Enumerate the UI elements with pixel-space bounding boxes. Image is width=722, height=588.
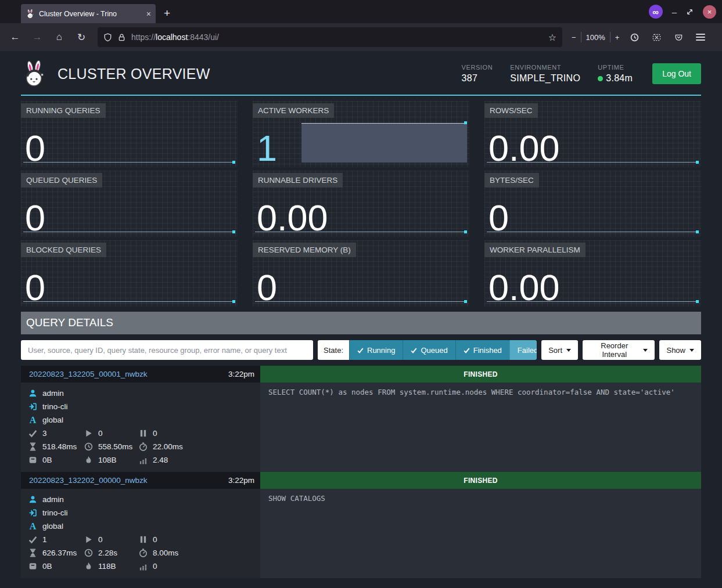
user-icon — [28, 389, 37, 398]
pocket-button[interactable] — [669, 28, 688, 46]
stat-card-active-workers: ACTIVE WORKERS 1 — [253, 101, 469, 167]
zoom-in-button[interactable]: + — [615, 33, 620, 42]
query-row: 20220823_132202_00000_nwbzk 3:22pm FINIS… — [21, 472, 701, 578]
sparkline-dot — [464, 121, 467, 124]
cpu-time: 8.00ms — [153, 546, 178, 560]
sort-dropdown[interactable]: Sort — [541, 340, 578, 360]
tab-title: Cluster Overview - Trino — [39, 10, 142, 18]
url-bar[interactable]: https://localhost:8443/ui/ ☆ — [98, 27, 562, 47]
filter-queued-button[interactable]: Queued — [403, 340, 455, 360]
stat-value: 0.00 — [257, 201, 328, 236]
resource-group-font-icon: A — [28, 416, 37, 424]
sparkline-dot — [232, 161, 235, 164]
filter-running-button[interactable]: Running — [349, 340, 403, 360]
chevron-down-icon — [566, 349, 571, 354]
separator — [581, 32, 581, 42]
current-memory: 0B — [42, 560, 52, 573]
sparkline-dot — [696, 230, 699, 233]
filter-failed-dropdown[interactable]: Failed — [509, 340, 537, 360]
zoom-out-button[interactable]: − — [572, 33, 576, 42]
stat-card-worker-parallelism: WORKER PARALLELISM 0.00 — [484, 240, 701, 306]
query-sql-text: SELECT COUNT(*) as nodes FROM system.run… — [260, 383, 701, 472]
query-search-input[interactable] — [21, 340, 313, 360]
tracking-shield-icon[interactable] — [103, 33, 112, 42]
url-host: localhost — [156, 33, 188, 42]
play-icon — [84, 429, 93, 438]
url-text: https://localhost:8443/ui/ — [131, 33, 543, 42]
environment-info: ENVIRONMENT SIMPLE_TRINO — [510, 64, 580, 84]
hourglass-icon — [28, 549, 37, 557]
browser-tab[interactable]: Cluster Overview - Trino × — [21, 4, 156, 23]
browser-toolbar: ← → ⌂ ↻ https://localhost:8443/ui/ ☆ − 1… — [0, 23, 722, 51]
query-status-badge: FINISHED — [260, 366, 701, 383]
completed-splits: 1 — [42, 533, 47, 546]
queued-splits: 0 — [153, 533, 157, 546]
query-header: 20220823_132205_00001_nwbzk 3:22pm — [21, 366, 260, 383]
pause-icon — [139, 429, 148, 438]
check-icon — [28, 535, 37, 544]
hamburger-icon — [696, 34, 705, 41]
query-detail-panel: admin trino-cli Aglobal 1 0 0 626.37ms 2… — [21, 489, 260, 578]
menu-button[interactable] — [691, 28, 710, 46]
sparkline — [487, 162, 698, 163]
separator — [610, 32, 610, 42]
back-button[interactable]: ← — [6, 28, 24, 46]
show-dropdown[interactable]: Show — [659, 340, 701, 360]
current-memory: 0B — [42, 453, 52, 467]
completed-splits: 3 — [42, 427, 47, 440]
query-filter-toolbar: State: Running Queued Finished Failed So… — [21, 340, 701, 360]
stat-value: 0 — [488, 201, 509, 236]
stat-card-running-queries: RUNNING QUERIES 0 — [21, 101, 238, 167]
filter-finished-button[interactable]: Finished — [455, 340, 509, 360]
lock-icon[interactable] — [117, 33, 126, 42]
sparkline-dot — [232, 300, 235, 303]
stat-card-runnable-drivers: RUNNABLE DRIVERS 0.00 — [253, 171, 469, 237]
check-icon — [28, 429, 37, 438]
query-user: admin — [42, 493, 64, 506]
uptime-status-dot — [598, 76, 603, 81]
page-title: CLUSTER OVERVIEW — [58, 66, 210, 82]
close-window-button[interactable]: × — [703, 5, 716, 19]
new-tab-button[interactable]: + — [164, 7, 170, 23]
stat-cards: RUNNING QUERIES 0 ACTIVE WORKERS 1 ROWS/… — [21, 101, 701, 306]
screenshot-button[interactable] — [647, 28, 666, 46]
history-button[interactable] — [625, 28, 644, 46]
check-icon — [411, 347, 417, 353]
home-button[interactable]: ⌂ — [50, 28, 69, 46]
parallelism: 0 — [153, 560, 157, 573]
query-id-link[interactable]: 20220823_132205_00001_nwbzk — [29, 370, 147, 378]
bookmark-star-icon[interactable]: ☆ — [548, 32, 556, 43]
clock-icon — [84, 442, 93, 451]
flame-icon — [84, 456, 93, 464]
restore-window-icon[interactable] — [686, 8, 694, 16]
sparkline — [23, 162, 235, 163]
reload-button[interactable]: ↻ — [72, 28, 91, 46]
source-sign-in-icon — [28, 402, 37, 411]
stat-value: 1 — [257, 131, 277, 166]
query-id-link[interactable]: 20220823_132202_00000_nwbzk — [29, 476, 147, 485]
query-row: 20220823_132205_00001_nwbzk 3:22pm FINIS… — [21, 366, 701, 472]
reorder-interval-dropdown[interactable]: Reorder Interval — [583, 340, 655, 360]
cumulative-memory: 108B — [98, 453, 117, 467]
stat-card-blocked-queries: BLOCKED QUERIES 0 — [21, 240, 238, 306]
stat-value: 0 — [25, 201, 45, 236]
query-user: admin — [42, 387, 64, 400]
zoom-level[interactable]: 100% — [586, 33, 605, 42]
query-status-badge: FINISHED — [260, 472, 701, 489]
forward-button[interactable]: → — [28, 28, 46, 46]
query-details-header: QUERY DETAILS — [21, 312, 701, 334]
query-resource-group: global — [42, 413, 63, 427]
trino-logo — [21, 60, 48, 87]
check-icon — [357, 347, 364, 353]
resource-group-font-icon: A — [28, 522, 37, 531]
gauge-icon — [139, 549, 148, 557]
query-time: 3:22pm — [228, 476, 254, 485]
source-sign-in-icon — [28, 508, 37, 517]
flame-icon — [84, 562, 93, 571]
stat-value: 0.00 — [488, 131, 560, 166]
logout-button[interactable]: Log Out — [652, 63, 701, 84]
wall-time: 518.48ms — [42, 440, 77, 453]
cpu-time: 22.00ms — [153, 440, 183, 453]
tab-close-icon[interactable]: × — [146, 9, 151, 19]
minimize-button[interactable]: – — [672, 7, 677, 17]
